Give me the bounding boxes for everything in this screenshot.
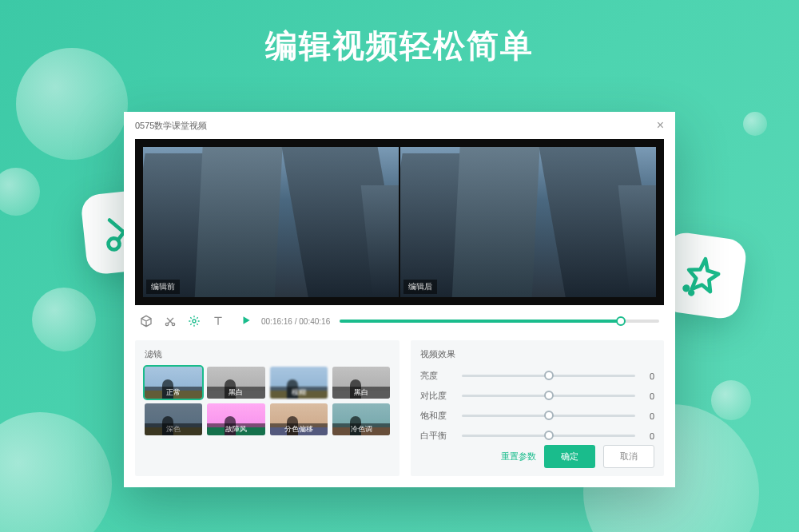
progress-handle[interactable] [616,316,626,326]
reset-link[interactable]: 重置参数 [501,451,536,463]
filter-label: 正常 [145,387,202,399]
decorative-bubble [0,168,40,216]
svg-point-5 [172,323,174,325]
preview-before-label: 编辑前 [146,280,180,294]
filter-label: 冷色调 [332,423,390,435]
filter-label: 分色偏移 [270,423,328,435]
filter-thumb[interactable]: 正常 [145,367,202,399]
filter-thumb[interactable]: 深色 [145,403,202,435]
filter-thumb[interactable]: 分色偏移 [270,403,328,435]
close-icon[interactable]: × [657,118,664,133]
preview-before: 编辑前 [143,147,399,297]
slider-handle[interactable] [544,431,554,440]
decorative-bubble [711,380,751,420]
filter-label: 黑白 [207,387,264,399]
video-editor-window: 0575数学课堂视频 × 编辑前 编辑后 [124,112,675,487]
slider-value: 0 [643,371,654,381]
cancel-button[interactable]: 取消 [603,445,654,468]
editor-header: 0575数学课堂视频 × [124,112,675,139]
svg-point-6 [193,320,196,323]
filter-label: 故障风 [207,423,264,435]
svg-point-4 [165,323,168,325]
slider-label: 饱和度 [420,410,454,422]
effects-icon[interactable] [188,315,201,328]
preview-pane: 编辑前 编辑后 [135,139,664,305]
effects-title: 视频效果 [420,348,654,360]
svg-point-2 [684,286,688,290]
text-icon[interactable] [212,315,225,328]
effects-panel: 视频效果 亮度0对比度0饱和度0白平衡0 重置参数 确定 取消 [411,340,664,476]
slider-row: 对比度0 [420,390,654,402]
filter-thumb[interactable]: 黑白 [207,367,264,399]
magic-star-icon [678,250,728,300]
decorative-bubble [0,412,112,532]
hero-title: 编辑视频轻松简单 [0,24,799,68]
filter-label: 黑白 [332,387,390,399]
slider-value: 0 [643,391,654,401]
slider-label: 亮度 [420,370,454,382]
decorative-bubble [32,288,96,351]
svg-point-3 [690,291,693,294]
slider-track[interactable] [462,435,635,437]
preview-after: 编辑后 [400,147,656,297]
preview-after-label: 编辑后 [403,280,437,294]
slider-value: 0 [643,411,654,421]
filter-thumb[interactable]: 黑白 [332,367,390,399]
playback-controls: 00:16:16 / 00:40:16 [135,305,664,337]
play-button[interactable] [240,315,252,328]
cube-icon[interactable] [140,315,153,328]
slider-label: 对比度 [420,390,454,402]
file-title: 0575数学课堂视频 [135,120,207,132]
decorative-bubble [743,112,767,136]
slider-track[interactable] [462,375,635,377]
slider-track[interactable] [462,415,635,417]
slider-row: 饱和度0 [420,410,654,422]
slider-handle[interactable] [544,411,554,420]
slider-label: 白平衡 [420,430,454,442]
filter-thumb[interactable]: 模糊 [270,367,328,399]
playback-time: 00:16:16 / 00:40:16 [261,317,330,326]
slider-track[interactable] [462,395,635,397]
filter-label: 模糊 [270,387,328,399]
slider-row: 亮度0 [420,370,654,382]
filters-panel: 滤镜 正常黑白模糊黑白深色故障风分色偏移冷色调 [135,340,400,476]
confirm-button[interactable]: 确定 [544,445,595,468]
slider-handle[interactable] [544,371,554,380]
cut-icon[interactable] [164,315,177,328]
filter-label: 深色 [145,423,202,435]
slider-row: 白平衡0 [420,430,654,442]
filter-thumb[interactable]: 冷色调 [332,403,390,435]
slider-handle[interactable] [544,391,554,400]
filters-title: 滤镜 [145,348,390,360]
progress-bar[interactable] [340,320,659,323]
filter-thumb[interactable]: 故障风 [207,403,264,435]
slider-value: 0 [643,431,654,441]
